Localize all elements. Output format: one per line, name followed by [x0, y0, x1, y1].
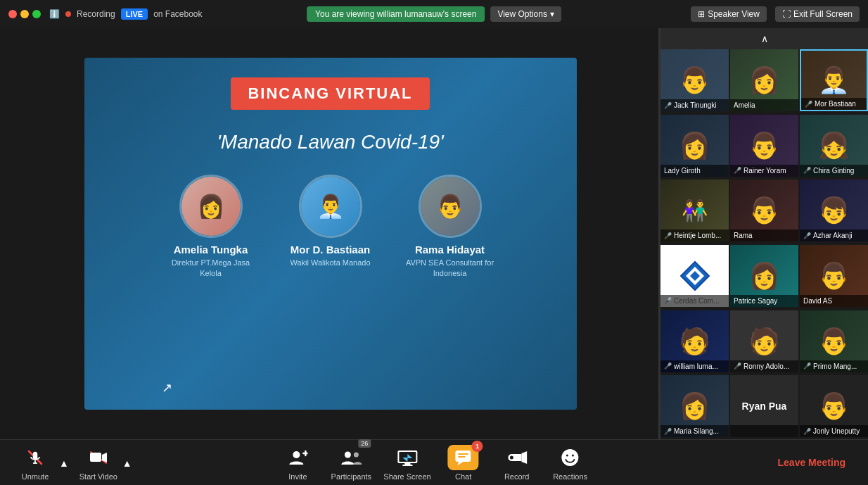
chevron-up-icon: ∧: [761, 33, 768, 44]
exit-fullscreen-icon: ⛶: [782, 9, 791, 19]
record-label: Record: [504, 472, 529, 481]
participant-name-bar-azhar: 🎤 Azhar Akanji: [800, 229, 868, 241]
speaker-view-button[interactable]: ⊞ Speaker View: [691, 6, 767, 22]
grid-collapse-button[interactable]: ∧: [660, 28, 868, 49]
participant-name-bar-david: David AS: [800, 295, 868, 307]
speaker-name-3: Rama Hidayat: [415, 244, 485, 256]
chat-button[interactable]: 1 Chat: [442, 445, 485, 481]
participant-cell-william: 🧑 🎤 william luma...: [660, 310, 729, 372]
video-caret-button[interactable]: ▲: [122, 456, 132, 469]
participant-name-cerdas: Cerdas Com...: [674, 297, 719, 305]
participants-icon: 26: [338, 445, 364, 470]
participant-cell-david: 👨 David AS: [800, 245, 868, 307]
video-camera-icon: [86, 445, 111, 470]
participant-name-william: william luma...: [674, 363, 718, 370]
participant-name-bar-jack: 🎤 Jack Tinungki: [660, 99, 729, 111]
mic-muted-icon-mor: 🎤: [805, 101, 812, 108]
chat-label: Chat: [455, 472, 471, 481]
participant-name-bar-rama: Rama: [730, 229, 798, 241]
top-bar-left: ℹ️ Recording LIVE on Facebook: [8, 8, 203, 20]
share-screen-button[interactable]: Share Screen: [383, 445, 430, 481]
presentation-area: BINCANG VIRTUAL 'Manado Lawan Covid-19' …: [0, 28, 660, 439]
unmute-label: Unmute: [22, 472, 49, 481]
avatar-img-3: 👨: [421, 177, 480, 236]
svg-point-29: [566, 454, 568, 456]
exit-fullscreen-button[interactable]: ⛶ Exit Full Screen: [775, 6, 860, 22]
invite-label: Invite: [288, 472, 307, 481]
participant-name-heintje: Heintje Lomb...: [674, 232, 721, 239]
svg-point-30: [572, 454, 574, 456]
bottom-toolbar: Unmute ▲ Start Video ▲: [0, 439, 868, 485]
minimize-window-btn[interactable]: [20, 10, 29, 18]
speaker-title-1: Direktur PT.Mega Jasa Kelola: [165, 258, 257, 279]
participant-name-bar-chira: 🎤 Chira Ginting: [800, 165, 868, 177]
svg-rect-8: [90, 453, 101, 462]
unmute-button[interactable]: Unmute: [14, 445, 56, 481]
live-badge: LIVE: [121, 8, 148, 20]
mic-muted-icon-ronny: 🎤: [734, 363, 741, 370]
mic-muted-icon-jonly: 🎤: [803, 428, 811, 435]
exit-fullscreen-label: Exit Full Screen: [793, 9, 853, 19]
participant-name-ronny: Ronny Adolo...: [743, 363, 789, 370]
speakers-row: 👩 Amelia Tungka Direktur PT.Mega Jasa Ke…: [165, 175, 496, 279]
participant-name-bar-primo: 🎤 Primo Mang...: [800, 360, 868, 372]
participant-name-bar-lady: Lady Giroth: [660, 165, 729, 177]
participant-cell-jack: 👨 🎤 Jack Tinungki: [660, 49, 729, 111]
unmute-caret-button[interactable]: ▲: [59, 456, 69, 469]
participant-name-bar-heintje: 🎤 Heintje Lomb...: [660, 229, 729, 241]
speaker-card-3: 👨 Rama Hidayat AVPN SEA Consultant for I…: [404, 175, 496, 279]
participant-cell-chira: 👧 🎤 Chira Ginting: [800, 115, 868, 177]
participant-name-rainer: Rainer Yoram: [743, 167, 786, 175]
participant-name-bar-mor: 🎤 Mor Bastiaan: [801, 98, 867, 110]
avatar-img-2: 👨‍💼: [301, 177, 360, 236]
reactions-button[interactable]: Reactions: [549, 445, 592, 481]
participant-name-bar-ronny: 🎤 Ronny Adolo...: [730, 360, 798, 372]
main-content: BINCANG VIRTUAL 'Manado Lawan Covid-19' …: [0, 28, 868, 439]
slide-header: BINCANG VIRTUAL: [231, 77, 429, 110]
top-bar: ℹ️ Recording LIVE on Facebook You are vi…: [0, 0, 868, 28]
close-window-btn[interactable]: [8, 10, 17, 18]
participant-grid-panel: ∧ 👨 🎤 Jack Tinungki 👩 Amelia 👨‍💼: [660, 28, 868, 439]
record-icon: [504, 445, 530, 470]
participant-name-primo: Primo Mang...: [813, 363, 857, 370]
record-button[interactable]: Record: [496, 445, 538, 481]
maximize-window-btn[interactable]: [32, 10, 41, 18]
participant-name-bar-jonly: 🎤 Jonly Uneputty: [800, 425, 868, 437]
cursor-indicator: ↗: [162, 380, 172, 396]
view-options-button[interactable]: View Options ▾: [490, 6, 561, 22]
traffic-lights: [8, 10, 41, 18]
share-screen-icon: [395, 445, 420, 470]
mic-muted-icon-azhar: 🎤: [803, 232, 811, 239]
svg-marker-26: [522, 451, 528, 464]
participant-cell-maria: 👩 🎤 Maria Silang...: [660, 375, 729, 437]
participant-name-maria: Maria Silang...: [674, 427, 719, 435]
reactions-icon: [558, 445, 583, 470]
speaker-name-2: Mor D. Bastiaan: [291, 244, 370, 256]
svg-point-28: [562, 449, 579, 466]
participant-cell-rainer: 👨 🎤 Rainer Yoram: [730, 115, 798, 177]
participant-name-bar-patrice: Patrice Sagay: [730, 295, 798, 307]
participant-name-azhar: Azhar Akanji: [813, 232, 853, 239]
invite-svg: [288, 449, 307, 466]
participant-name-lady: Lady Giroth: [664, 167, 701, 175]
slide-header-text: BINCANG VIRTUAL: [248, 84, 412, 102]
slide-title: 'Manado Lawan Covid-19': [217, 131, 444, 153]
chevron-down-icon: ▾: [550, 9, 554, 19]
invite-button[interactable]: Invite: [276, 445, 319, 481]
participant-cell-azhar: 👦 🎤 Azhar Akanji: [800, 179, 868, 241]
video-svg: [89, 451, 108, 465]
start-video-button[interactable]: Start Video: [77, 445, 120, 481]
microphone-icon: [23, 445, 48, 470]
mic-muted-icon-maria: 🎤: [664, 428, 672, 435]
recording-dot: [65, 11, 71, 17]
participant-cell-lady: 👩 Lady Giroth: [660, 115, 729, 177]
record-svg: [506, 448, 528, 467]
participant-cell-ronny: 🧑 🎤 Ronny Adolo...: [730, 310, 798, 372]
mic-muted-icon-heintje: 🎤: [664, 232, 672, 239]
leave-meeting-button[interactable]: Leave Meeting: [770, 451, 854, 474]
participants-button[interactable]: 26 Participants: [330, 445, 372, 481]
speaker-card-1: 👩 Amelia Tungka Direktur PT.Mega Jasa Ke…: [165, 175, 257, 279]
participant-cell-patrice: 👩 Patrice Sagay: [730, 245, 798, 307]
reactions-svg: [561, 448, 580, 467]
svg-rect-18: [402, 465, 412, 466]
